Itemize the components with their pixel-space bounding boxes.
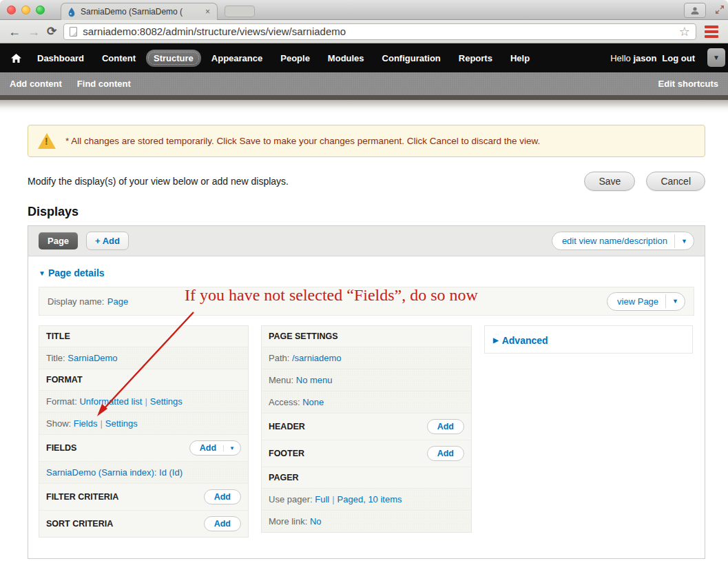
profile-button[interactable] [684, 3, 706, 18]
back-button[interactable]: ← [8, 26, 21, 38]
actions-row: Modify the display(s) of your view below… [28, 172, 705, 191]
menu-value-link[interactable]: No menu [296, 375, 333, 385]
add-content-link[interactable]: Add content [10, 79, 62, 89]
page-display-tab[interactable]: Page [39, 232, 78, 249]
header-add-button[interactable]: Add [427, 419, 464, 434]
warning-icon [38, 133, 56, 149]
advanced-box: ▶ Advanced [484, 325, 693, 354]
title-row: Title: SarniaDemo [39, 347, 248, 369]
show-fields-link[interactable]: Fields [74, 418, 98, 429]
more-link-value-link[interactable]: No [310, 516, 322, 527]
access-row: Access: None [262, 391, 471, 414]
collapse-triangle-icon: ▼ [39, 269, 45, 277]
fields-section-header: FIELDS Add ▼ [39, 435, 248, 462]
admin-toolbar: Dashboard Content Structure Appearance P… [0, 43, 728, 72]
edit-view-name-dropdown[interactable]: edit view name/description ▼ [552, 232, 694, 250]
toolbar-item-modules[interactable]: Modules [320, 50, 372, 67]
filter-criteria-header: FILTER CRITERIA Add [39, 484, 248, 511]
page-details-toggle[interactable]: ▼ Page details [39, 267, 105, 278]
logout-link[interactable]: Log out [662, 53, 695, 63]
save-button[interactable]: Save [584, 172, 635, 191]
title-section-header: TITLE [39, 326, 248, 347]
format-settings-link[interactable]: Settings [150, 396, 183, 407]
filter-add-button[interactable]: Add [204, 489, 241, 504]
home-icon[interactable] [10, 51, 27, 65]
pager-section-header: PAGER [262, 467, 471, 489]
address-bar[interactable]: sarniademo:8082/admin/structure/views/vi… [63, 23, 696, 40]
plus-icon: + [95, 236, 101, 246]
toolbar-item-structure[interactable]: Structure [146, 50, 201, 67]
browser-navbar: ← → ⟳ sarniademo:8082/admin/structure/vi… [0, 20, 728, 43]
tab-close-icon[interactable]: × [204, 7, 211, 17]
tab-title: SarniaDemo (SarniaDemo ( [81, 7, 200, 17]
sort-add-button[interactable]: Add [204, 516, 241, 531]
menu-row: Menu: No menu [262, 369, 471, 391]
advanced-toggle[interactable]: ▶ Advanced [493, 335, 548, 346]
browser-tab[interactable]: SarniaDemo (SarniaDemo ( × [61, 3, 218, 20]
bookmark-star-icon[interactable]: ☆ [679, 24, 690, 39]
cancel-button[interactable]: Cancel [646, 172, 705, 191]
reload-button[interactable]: ⟳ [47, 26, 56, 37]
path-value-link[interactable]: /sarniademo [292, 353, 342, 363]
pager-full-link[interactable]: Full [315, 494, 329, 504]
toolbar-toggle-button[interactable]: ▼ [707, 48, 725, 67]
chevron-down-icon[interactable]: ▼ [674, 234, 694, 248]
shortcut-bar: Add content Find content Edit shortcuts [0, 72, 728, 100]
warning-text: * All changes are stored temporarily. Cl… [65, 136, 540, 146]
display-name-link[interactable]: Page [107, 296, 128, 307]
toolbar-item-appearance[interactable]: Appearance [204, 50, 270, 67]
mac-titlebar: SarniaDemo (SarniaDemo ( × [0, 0, 728, 20]
toolbar-item-people[interactable]: People [273, 50, 318, 67]
pager-paged-link[interactable]: Paged, 10 items [337, 494, 402, 504]
user-greeting: Hello jason [610, 53, 656, 63]
fields-add-button[interactable]: Add ▼ [189, 440, 241, 456]
close-window-button[interactable] [7, 6, 16, 14]
warning-message: * All changes are stored temporarily. Cl… [28, 125, 705, 157]
add-display-button[interactable]: + Add [86, 232, 129, 250]
format-section-header: FORMAT [39, 369, 248, 391]
page-icon [70, 27, 77, 37]
toolbar-item-help[interactable]: Help [503, 50, 537, 67]
field-id-link[interactable]: SarniaDemo (Sarnia index): Id (Id) [46, 467, 183, 478]
edit-shortcuts-link[interactable]: Edit shortcuts [658, 79, 718, 89]
page-content: * All changes are stored temporarily. Cl… [0, 113, 728, 561]
chevron-down-icon[interactable]: ▼ [223, 445, 240, 451]
sort-criteria-header: SORT CRITERIA Add [39, 511, 248, 537]
left-column: TITLE Title: SarniaDemo FORMAT Format: U… [39, 325, 249, 538]
path-row: Path: /sarniademo [262, 347, 471, 369]
right-column: ▶ Advanced [484, 325, 693, 354]
format-value-link[interactable]: Unformatted list [79, 396, 142, 407]
new-tab-button[interactable] [225, 6, 255, 17]
minimize-window-button[interactable] [21, 6, 30, 14]
displays-panel: Page + Add edit view name/description ▼ … [28, 225, 705, 559]
find-content-link[interactable]: Find content [77, 79, 131, 89]
footer-section-header: FOOTER Add [262, 440, 471, 467]
displays-header: Page + Add edit view name/description ▼ [28, 226, 705, 256]
fullscreen-icon[interactable] [714, 4, 725, 15]
footer-add-button[interactable]: Add [427, 446, 464, 461]
view-page-dropdown[interactable]: view Page ▼ [607, 292, 685, 311]
username: jason [633, 53, 656, 63]
toolbar-shadow [0, 100, 728, 113]
title-value-link[interactable]: SarniaDemo [67, 353, 117, 363]
header-section-header: HEADER Add [262, 414, 471, 440]
person-icon [690, 6, 700, 15]
access-value-link[interactable]: None [302, 397, 324, 407]
toolbar-item-configuration[interactable]: Configuration [375, 50, 448, 67]
toolbar-item-reports[interactable]: Reports [451, 50, 500, 67]
drupal-favicon-icon [67, 7, 76, 17]
format-row: Format: Unformatted list | Settings [39, 391, 248, 413]
tutorial-annotation: If you have not selected “Fields”, do so… [185, 286, 478, 305]
forward-button[interactable]: → [28, 26, 40, 38]
toolbar-item-content[interactable]: Content [94, 50, 143, 67]
url-text[interactable]: sarniademo:8082/admin/structure/views/vi… [83, 26, 674, 37]
fields-item-row: SarniaDemo (Sarnia index): Id (Id) [39, 462, 248, 484]
chrome-menu-icon[interactable] [703, 24, 720, 39]
chevron-down-icon[interactable]: ▼ [665, 294, 685, 308]
toolbar-item-dashboard[interactable]: Dashboard [30, 50, 92, 67]
zoom-window-button[interactable] [36, 6, 45, 14]
modify-description: Modify the display(s) of your view below… [28, 176, 289, 187]
more-link-row: More link: No [262, 511, 471, 532]
page-settings-header: PAGE SETTINGS [262, 326, 471, 347]
show-settings-link[interactable]: Settings [105, 418, 138, 429]
